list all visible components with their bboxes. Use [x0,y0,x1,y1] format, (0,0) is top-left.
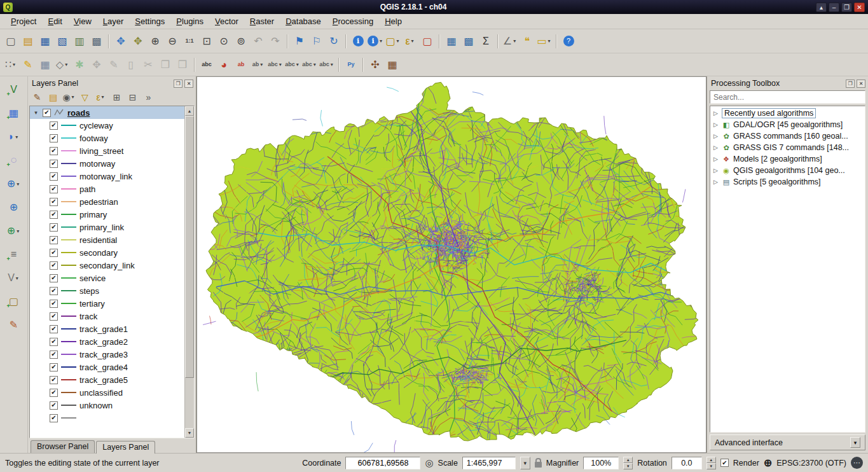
run-feature-action-dropdown[interactable]: ▾ [378,38,383,44]
digitize-with-segment-button[interactable]: ◇▾ [54,57,71,73]
toolbox-group-row[interactable]: ▷▤Scripts [5 geoalgorithms] [710,176,865,188]
add-spatialite-layer-button[interactable]: ◌+ [6,152,22,169]
new-shapefile-layer-button[interactable]: ▢+ [6,293,22,310]
toolbox-group-row[interactable]: ▷◉QGIS geoalgorithms [104 geo... [710,165,865,176]
class-checkbox[interactable]: ✔ [50,223,58,232]
legend-class-row[interactable]: ✔motorway [30,157,184,170]
layers-panel-float-button[interactable]: ❐ [174,80,183,88]
spin-down-icon[interactable]: ▼ [706,463,716,469]
measure-button[interactable]: ∠▾ [502,33,518,50]
digitize-with-segment-dropdown[interactable]: ▾ [64,62,69,67]
class-checkbox[interactable]: ✔ [50,147,58,155]
processing-panel-close-button[interactable]: ✕ [857,80,865,88]
zoom-in-button[interactable]: ⊕ [147,33,163,50]
scroll-up-button[interactable]: ▲ [185,106,194,116]
branch-collapsed-icon[interactable]: ▷ [712,133,719,139]
map-canvas[interactable] [196,76,706,453]
combo-arrow-icon[interactable]: ▾ [850,437,860,448]
toggle-editing-button[interactable]: ✎ [20,57,36,73]
menu-processing[interactable]: Processing [327,15,379,28]
zoom-last-button[interactable]: ↶ [250,33,266,50]
legend-class-row[interactable]: ✔steps [30,284,184,297]
pin-unpin-labels-button[interactable]: ab▾ [250,57,266,73]
group-expander-icon[interactable]: ▾ [32,109,39,116]
crs-status[interactable]: EPSG:23700 (OTF) [776,459,846,468]
legend-class-row[interactable]: ✔track_grade1 [30,323,184,335]
zoom-to-layer-button[interactable]: ⊚ [233,33,249,50]
select-features-button[interactable]: ▢▾ [385,33,401,50]
coordinate-toggle-icon[interactable]: ◎ [425,457,433,469]
class-checkbox[interactable]: ✔ [50,287,58,295]
select-features-dropdown[interactable]: ▾ [396,38,401,44]
project-new-button[interactable]: ▢ [3,33,19,50]
group-checkbox[interactable]: ✔ [43,109,51,117]
toolbox-group-row[interactable]: ▷❖Models [2 geoalgorithms] [710,153,865,165]
layers-scrollbar[interactable]: ▲ ▼ [184,106,194,438]
show-bookmarks-button[interactable]: ⚐ [308,33,325,50]
zoom-native-button[interactable]: 1:1 [181,33,198,50]
class-checkbox[interactable]: ✔ [50,121,58,130]
add-feature-button[interactable]: ✱ [71,57,88,73]
legend-class-row[interactable]: ✔footway [30,132,184,144]
render-checkbox[interactable]: ✔ [720,459,729,467]
add-virtual-layer-button[interactable]: V▾ [6,270,22,286]
lock-scale-icon[interactable] [535,462,542,468]
add-wcs-layer-button[interactable]: ⊕ [6,199,22,216]
legend-class-row[interactable]: ✔primary_link [30,221,184,233]
class-checkbox[interactable]: ✔ [50,274,58,282]
move-label-button[interactable]: abc▾ [284,57,301,73]
class-checkbox[interactable]: ✔ [50,363,58,371]
spin-up-icon[interactable]: ▲ [623,457,633,463]
add-wfs-layer-button[interactable]: ⊕▾ [6,223,22,239]
field-calculator-button[interactable]: ▩ [460,33,477,50]
toolbox-group-row[interactable]: ▷◧GDAL/OGR [45 geoalgorithms] [710,119,865,130]
manage-map-themes-dropdown[interactable]: ▾ [71,94,76,100]
toolbox-group-row[interactable]: ▷✿GRASS GIS 7 commands [148... [710,142,865,153]
new-print-composer-button[interactable]: ▥ [71,33,88,50]
menu-edit[interactable]: Edit [42,15,67,28]
window-maximize-button[interactable]: ❐ [841,3,852,12]
pan-map-button[interactable]: ✥ [113,33,129,50]
text-annotation-button[interactable]: ▭▾ [536,33,553,50]
zoom-next-button[interactable]: ↷ [267,33,284,50]
filter-legend-button[interactable]: ▽ [78,90,92,104]
scale-dropdown-icon[interactable]: ▾ [520,457,530,469]
scale-combo[interactable]: 1:465,997 [462,457,516,469]
project-open-button[interactable]: ▤ [20,33,36,50]
class-checkbox[interactable]: ✔ [50,261,58,270]
current-edits-button[interactable]: ∷▾ [3,57,19,73]
toolbox-search-input[interactable] [710,90,865,104]
magnifier-spinner[interactable]: ▲ ▼ [623,457,633,469]
deselect-all-button[interactable]: ▢ [419,33,436,50]
measure-dropdown[interactable]: ▾ [512,38,517,44]
move-feature-button[interactable]: ✥ [88,57,105,73]
scroll-down-button[interactable]: ▼ [185,428,194,438]
delete-selected-button[interactable]: ▯ [123,57,139,73]
legend-class-row[interactable]: ✔unclassified [30,386,184,399]
magnifier-value[interactable]: 100% [583,457,619,469]
legend-class-row[interactable]: ✔track_grade3 [30,348,184,361]
legend-class-row[interactable]: ✔motorway_link [30,170,184,183]
scroll-track[interactable] [185,116,194,428]
legend-class-row[interactable]: ✔track_grade4 [30,361,184,373]
interface-mode-combo[interactable]: Advanced interface ▾ [710,434,865,450]
project-save-as-button[interactable]: ▧ [54,33,71,50]
class-checkbox[interactable]: ✔ [50,172,58,181]
open-attribute-table-button[interactable]: ▦ [443,33,460,50]
legend-class-row[interactable]: ✔primary [30,208,184,221]
change-label-properties-dropdown[interactable]: ▾ [329,62,334,67]
menu-raster[interactable]: Raster [244,15,280,28]
map-tips-button[interactable]: ❝ [519,33,535,50]
add-delimited-text-layer-button[interactable]: ≡+ [6,246,22,263]
window-keep-above-button[interactable]: ▴ [816,3,827,12]
branch-collapsed-icon[interactable]: ▷ [712,167,719,174]
show-hide-labels-dropdown[interactable]: ▾ [278,62,283,67]
processing-panel-float-button[interactable]: ❐ [846,80,855,88]
legend-class-row[interactable]: ✔path [30,183,184,195]
project-save-button[interactable]: ▦ [37,33,53,50]
panel-overflow-button[interactable]: » [141,90,156,104]
rotation-spinner[interactable]: ▲ ▼ [706,457,716,469]
new-bookmark-button[interactable]: ⚑ [291,33,308,50]
select-by-expression-button[interactable]: ε▾ [402,33,418,50]
add-wms-layer-dropdown[interactable]: ▾ [15,181,20,187]
